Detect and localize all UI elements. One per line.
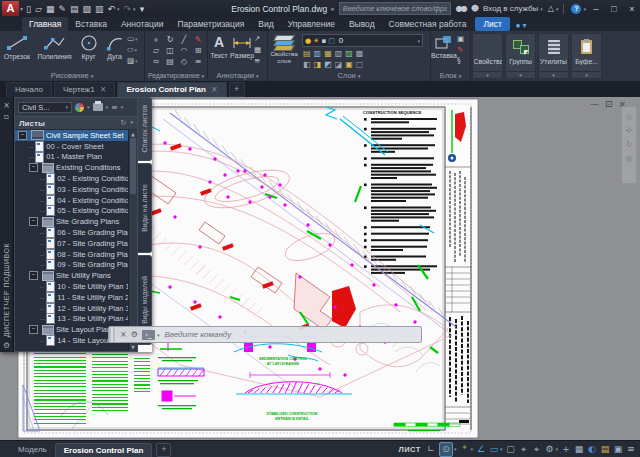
ribbon-tab-7[interactable]: Вывод [342,17,382,31]
snap-icon[interactable]: ⊙▾ [439,442,457,457]
dynamic-input-icon[interactable]: ▭▾ [489,443,503,456]
ribbon-tab-6[interactable]: Управление [281,17,342,31]
file-tab-3[interactable]: Erosion Control Plan× [117,82,226,97]
save-icon[interactable]: ▦ [46,4,55,14]
collapse-toggle[interactable]: − [18,131,27,140]
ellipse-tool-button[interactable]: ○▾ [127,45,143,54]
command-input[interactable]: Введите команду [164,330,231,339]
command-recent-icon[interactable]: ▾ [157,332,160,338]
undo-icon[interactable]: ↶ [108,4,116,14]
minimize-button[interactable]: – [588,4,604,14]
sheet-tree-item[interactable]: –11 - Site Utility Plan 2 [15,292,137,303]
command-line[interactable]: × ⚙ ›_ ▾ Введите команду [108,326,422,343]
sheet-tree-item[interactable]: –01 - Master Plan [15,152,137,163]
restore-button[interactable]: □ [606,4,622,14]
sheet-tree-item[interactable]: –03 - Existing Condition [15,184,137,195]
sheet-tree-item[interactable]: –13 - Site Utility Plan 4 [15,314,137,325]
command-grip[interactable] [109,327,116,342]
collapse-toggle[interactable]: − [29,325,38,334]
command-settings-icon[interactable]: ⚙ [131,330,142,339]
layer-tool-3-icon[interactable]: ▦ [324,49,332,58]
palette-title-strip[interactable]: × ▫ ДИСПЕТЧЕР ПОДШИВОК ⚙ [0,97,14,352]
layer-tool-2-icon[interactable]: ▥ [314,49,322,58]
otrack-icon[interactable]: ⌖ [531,443,541,456]
doc-minimize-icon[interactable]: — [590,99,605,109]
sheet-tree-item[interactable]: –00 - Cover Sheet [15,141,137,152]
help-search-input[interactable] [339,2,451,15]
panel-properties[interactable]: Свойства ▾ [472,33,503,79]
exchange-apps-icon[interactable]: △ [548,4,554,13]
sheet-set-dropdown[interactable]: Civil S...▾ [18,102,72,113]
scale-icon[interactable]: ▤ [163,56,177,67]
space-mode-label[interactable]: ЛИСТ [398,445,420,454]
ribbon-tab-4[interactable]: Параметризация [170,17,251,31]
sheet-tree-item[interactable]: –09 - Site Grading Plan [15,260,137,271]
new-file-tab-button[interactable]: + [229,82,245,97]
rectangle-tool-button[interactable]: ▭▾ [127,34,143,43]
panel-block-label[interactable]: Блок ▾ [431,70,470,81]
sheet-tree-item[interactable]: –06 - Site Grading Plan [15,227,137,238]
annotate-more-button[interactable]: ≡ [254,56,267,65]
save-as-icon[interactable]: ✎ [58,4,66,14]
block-attrs-button[interactable]: § [457,56,469,65]
search-binoculars-icon[interactable]: ●● [456,4,466,13]
user-icon[interactable]: ☻ [471,4,479,13]
doc-restore-icon[interactable]: ⊡ [605,99,619,109]
panel-draw-label[interactable]: Рисование ▾ [0,70,144,81]
palette-gear-icon[interactable]: ⚙ [3,341,10,350]
ortho-icon[interactable]: ∟ [426,443,436,456]
palette-tab-1[interactable]: Список листов [138,97,152,161]
isodraft-icon[interactable]: ▢ [505,443,515,456]
layer-tool-12-icon[interactable]: ▢ [356,60,364,69]
open-icon[interactable]: ▱ [35,4,42,14]
customization-gear-icon[interactable]: ⚙▾ [544,443,558,456]
help-caret-icon[interactable]: ▾ [583,6,586,12]
redo-icon[interactable]: ↷ [124,4,132,14]
layer-tool-9-icon[interactable]: ◩ [324,60,332,69]
trim-icon[interactable]: ╱ [177,34,191,45]
table-button[interactable]: ▦ [254,45,267,54]
refresh-icon[interactable]: ↻ [121,119,127,127]
sheet-tree-item[interactable]: –04 - Existing Condition [15,195,137,206]
layer-tool-4-icon[interactable]: ▧ [335,49,343,58]
redo-icon-caret[interactable]: ▾ [133,6,136,12]
panel-groups[interactable]: ◤ Группы ▾ [505,33,536,79]
exchange-caret-icon[interactable]: ▾ [556,6,559,12]
sheet-tree-item[interactable]: –12 - Site Utility Plan 3 [15,303,137,314]
hatch-tool-button[interactable]: ▨▾ [127,56,143,65]
layer-tool-6-icon[interactable]: ▩ [356,49,364,58]
layer-tool-1-icon[interactable]: ▤ [303,49,311,58]
close-button[interactable]: × [624,4,640,14]
plot-icon[interactable]: ▤ [70,4,79,14]
stretch-icon[interactable]: ≈ [149,56,163,67]
sheet-tree-item[interactable]: −Civil Sample Sheet Set [15,130,137,141]
tray-icon[interactable]: ▤ [600,443,610,456]
signin-caret-icon[interactable]: ▾ [540,6,543,12]
search-expand-icon[interactable]: ▸ [331,5,335,13]
create-block-button[interactable]: ▣ [457,34,469,43]
sheet-tree-item[interactable]: −Site Grading Plans [15,216,137,227]
collapse-toggle[interactable]: − [29,163,38,172]
qat-menu-icon[interactable]: ▾ [140,4,145,14]
print-icon[interactable]: ▥ [95,4,104,14]
sheet-tree-item[interactable]: –10 - Site Utility Plan 1 [15,281,137,292]
sheet-tree-item[interactable]: –05 - Existing Condition [15,206,137,217]
media-tab-icon[interactable]: ⏺ ▾ [516,21,527,31]
ribbon-tab-3[interactable]: Аннотации [114,17,171,31]
panel-clipboard[interactable]: Буфе... ▾ [571,33,602,79]
palette-autohide-icon[interactable]: ▫ [4,111,9,122]
layer-tool-5-icon[interactable]: ▨ [345,49,353,58]
clean-screen-icon[interactable]: ▣ [613,443,623,456]
palette-close-icon[interactable]: × [3,100,10,111]
help-icon[interactable]: ? [571,4,581,14]
osnap-icon[interactable]: ⌖ [518,443,528,456]
ribbon-tab-8[interactable]: Совместная работа [382,17,474,31]
app-menu-caret-icon[interactable]: ▾ [20,5,23,12]
file-tab-close-icon[interactable]: × [100,83,107,97]
steeringwheel-icon[interactable]: ◍ [626,155,633,163]
app-menu-button[interactable]: A [2,1,19,16]
signin-link[interactable]: Вход в службы [483,4,538,13]
layer-tool-8-icon[interactable]: ◨ [314,60,322,69]
add-layout-button[interactable]: + [156,443,171,457]
leader-button[interactable]: ↗ [254,34,267,43]
